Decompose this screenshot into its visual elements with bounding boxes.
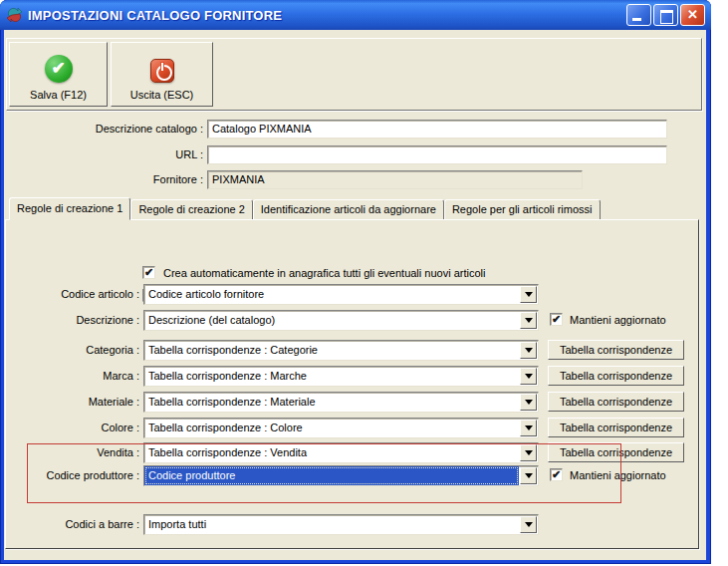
vendita-tabella-button[interactable]: Tabella corrispondenze [548, 442, 684, 462]
colore-combo[interactable]: Tabella corrispondenze : Colore [143, 418, 539, 438]
tabstrip: Regole di creazione 1 Regole di creazion… [9, 197, 601, 220]
descrizione-mantieni-label: Mantieni aggiornato [570, 313, 666, 328]
tab-regole-creazione-1[interactable]: Regole di creazione 1 [9, 197, 130, 220]
window-title: IMPOSTAZIONI CATALOGO FORNITORE [28, 8, 282, 23]
chevron-down-icon[interactable] [520, 368, 537, 385]
sync-arrows-icon [6, 7, 23, 23]
descrizione-label: Descrizione : [6, 310, 139, 331]
chevron-down-icon[interactable] [520, 394, 537, 411]
exit-button-label: Uscita (ESC) [130, 89, 194, 101]
maximize-button[interactable] [653, 4, 678, 26]
chevron-down-icon[interactable] [520, 312, 537, 329]
materiale-label: Materiale : [6, 392, 139, 413]
descrizione-combo[interactable]: Descrizione (del catalogo) [143, 310, 539, 331]
chevron-down-icon[interactable] [520, 516, 537, 533]
tab-regole-articoli-rimossi[interactable]: Regole per gli articoli rimossi [444, 199, 601, 220]
close-button[interactable] [680, 4, 705, 26]
tab-identificazione-articoli[interactable]: Identificazione articoli da aggiornare [253, 199, 444, 220]
chevron-down-icon[interactable] [520, 342, 537, 359]
codici-a-barre-label: Codici a barre : [6, 514, 139, 535]
marca-tabella-button[interactable]: Tabella corrispondenze [548, 366, 684, 386]
chevron-down-icon[interactable] [520, 467, 537, 484]
codice-produttore-label: Codice produttore : [6, 465, 139, 486]
chevron-down-icon[interactable] [520, 286, 537, 303]
supplier-field: PIXMANIA [207, 170, 583, 189]
tab-regole-creazione-2[interactable]: Regole di creazione 2 [130, 199, 252, 220]
save-button[interactable]: Salva (F12) [9, 42, 108, 107]
titlebar[interactable]: IMPOSTAZIONI CATALOGO FORNITORE [0, 0, 711, 30]
codici-a-barre-combo[interactable]: Importa tutti [143, 514, 539, 535]
supplier-label: Fornitore : [4, 169, 203, 189]
url-field[interactable] [207, 145, 667, 164]
exit-button[interactable]: Uscita (ESC) [111, 42, 213, 107]
minimize-button[interactable] [626, 4, 651, 26]
materiale-combo[interactable]: Tabella corrispondenze : Materiale [143, 392, 539, 413]
dialog-body: Salva (F12) Uscita (ESC) Descrizione cat… [4, 30, 706, 560]
save-button-label: Salva (F12) [30, 89, 87, 101]
materiale-tabella-button[interactable]: Tabella corrispondenze [548, 392, 684, 412]
checkbox-create-all-label: Crea automaticamente in anagrafica tutti… [163, 266, 485, 280]
codice-produttore-combo[interactable]: Codice produttore [143, 465, 539, 486]
catalog-description-label: Descrizione catalogo : [4, 119, 203, 139]
tab-content-panel: ✔ Crea automaticamente in anagrafica tut… [5, 219, 699, 549]
categoria-combo[interactable]: Tabella corrispondenze : Categorie [143, 340, 539, 361]
marca-combo[interactable]: Tabella corrispondenze : Marche [143, 366, 539, 387]
categoria-label: Categoria : [6, 340, 139, 361]
codice-produttore-mantieni-label: Mantieni aggiornato [570, 468, 666, 483]
codice-articolo-label: Codice articolo : [6, 284, 139, 305]
screenshot-stage: IMPOSTAZIONI CATALOGO FORNITORE Salva (F… [0, 0, 728, 566]
colore-label: Colore : [6, 418, 139, 438]
chevron-down-icon[interactable] [520, 444, 537, 461]
categoria-tabella-button[interactable]: Tabella corrispondenze [548, 340, 684, 360]
codice-produttore-mantieni-checkbox[interactable]: ✔ [550, 468, 563, 481]
catalog-description-field[interactable]: Catalogo PIXMANIA [207, 120, 667, 139]
power-off-icon [150, 59, 174, 83]
chevron-down-icon[interactable] [520, 420, 537, 436]
vendita-combo[interactable]: Tabella corrispondenze : Vendita [143, 442, 539, 463]
marca-label: Marca : [6, 366, 139, 387]
save-check-icon [45, 55, 73, 83]
descrizione-mantieni-checkbox[interactable]: ✔ [550, 313, 563, 326]
app-window: IMPOSTAZIONI CATALOGO FORNITORE Salva (F… [0, 0, 711, 564]
checkbox-create-all[interactable]: ✔ [142, 266, 155, 279]
codice-articolo-combo[interactable]: Codice articolo fornitore [143, 284, 539, 305]
url-label: URL : [4, 144, 203, 164]
toolbar-panel: Salva (F12) Uscita (ESC) [6, 38, 702, 111]
colore-tabella-button[interactable]: Tabella corrispondenze [548, 418, 684, 437]
vendita-label: Vendita : [6, 442, 139, 463]
